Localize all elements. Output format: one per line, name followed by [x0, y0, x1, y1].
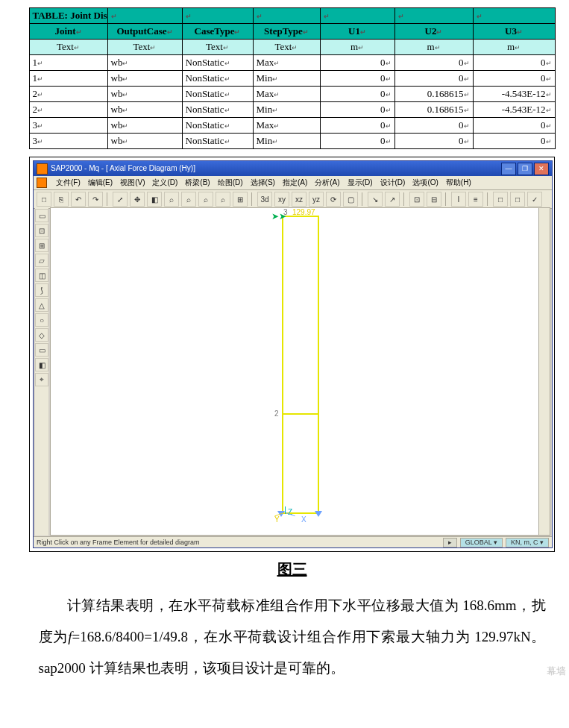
toolbar-button[interactable]: xz: [292, 192, 306, 207]
window-title: SAP2000 - Mq - [ Axial Force Diagram (Hy…: [51, 161, 195, 176]
draw-tool-button[interactable]: ▱: [35, 254, 48, 267]
axial-force-label: 129.97: [292, 208, 315, 216]
app-icon: [37, 163, 48, 175]
col-unit: Text: [182, 40, 253, 55]
figure-frame: SAP2000 - Mq - [ Axial Force Diagram (Hy…: [29, 157, 555, 552]
menu-item[interactable]: 桥梁(B): [185, 178, 210, 188]
table-row: 1wbNonStaticMin000: [29, 71, 555, 87]
menu-item[interactable]: 绘图(D): [218, 178, 243, 188]
toolbar-button[interactable]: I: [451, 192, 466, 207]
toolbar-button[interactable]: ⌕: [216, 192, 230, 207]
table-title-blank: [473, 8, 555, 24]
model-canvas[interactable]: ➤➤ 3 129.97 2 Y Z X: [51, 208, 539, 535]
units-combo[interactable]: KN, m, C ▾: [506, 538, 549, 547]
body-paragraph: 计算结果表明，在水平荷载标准组合作用下水平位移最大值为 168.6mm，扰度为f…: [39, 590, 546, 684]
toolbar-button[interactable]: ⊞: [233, 192, 248, 207]
toolbar-button[interactable]: ▢: [343, 192, 358, 207]
table-title-blank: [320, 8, 394, 24]
toolbar-button[interactable]: ⟳: [326, 192, 341, 207]
draw-tool-button[interactable]: ⌖: [35, 373, 48, 386]
draw-tool-button[interactable]: ▭: [35, 343, 48, 357]
toolbar-button[interactable]: □: [37, 192, 51, 207]
col-unit: Text: [29, 40, 107, 55]
col-header: OutputCase: [107, 24, 182, 40]
table-row: 3wbNonStaticMin000: [29, 134, 555, 149]
toolbar-button[interactable]: ↶: [71, 192, 86, 207]
draw-tool-button[interactable]: ▭: [35, 209, 48, 222]
minimize-button[interactable]: —: [501, 163, 516, 175]
coord-system-combo[interactable]: GLOBAL ▾: [460, 538, 503, 547]
menu-item[interactable]: 显示(D): [348, 178, 373, 188]
col-header: StepType: [253, 24, 320, 40]
status-hint: Right Click on any Frame Element for det…: [37, 539, 200, 546]
col-unit: m: [320, 40, 394, 55]
menu-item[interactable]: 设计(D): [380, 178, 406, 188]
joint-displacements-table: TABLE: Joint DisplacementsJointOutputCas…: [29, 7, 556, 149]
frame-model: ➤➤ 3 129.97 2: [282, 216, 319, 514]
draw-tool-button[interactable]: ◫: [35, 269, 48, 282]
menu-item[interactable]: 帮助(H): [446, 178, 471, 188]
toolbar-button[interactable]: ⌕: [164, 192, 179, 207]
table-title-blank: [182, 8, 253, 24]
menubar: 文件(F)编辑(E)视图(V)定义(D)桥梁(B)绘图(D)选择(S)指定(A)…: [34, 176, 552, 190]
menu-item[interactable]: 编辑(E): [88, 178, 113, 188]
menu-item[interactable]: 文件(F): [56, 178, 81, 188]
col-header: Joint: [29, 24, 107, 40]
menu-item[interactable]: 视图(V): [120, 178, 145, 188]
draw-tool-button[interactable]: ⟆: [35, 283, 48, 297]
toolbar-button[interactable]: ⤢: [113, 192, 128, 207]
toolbar-button[interactable]: ⊡: [409, 192, 424, 207]
toolbar-button[interactable]: ⌕: [198, 192, 213, 207]
toolbar-button[interactable]: ↗: [385, 192, 400, 207]
col-header: U2: [394, 24, 473, 40]
menu-item[interactable]: 定义(D): [152, 178, 177, 188]
toolbar-button[interactable]: ✓: [527, 192, 542, 207]
toolbar-button[interactable]: ≡: [468, 192, 483, 207]
draw-tool-button[interactable]: ◧: [35, 358, 48, 371]
toolbar-button[interactable]: yz: [309, 192, 324, 207]
maximize-button[interactable]: ❐: [518, 163, 532, 175]
toolbar-button[interactable]: ↷: [88, 192, 103, 207]
col-unit: m: [473, 40, 555, 55]
draw-tool-button[interactable]: ⊡: [35, 224, 48, 237]
toolbar-button[interactable]: ⎘: [54, 192, 69, 207]
col-unit: Text: [253, 40, 320, 55]
toolbar-button[interactable]: ⌕: [181, 192, 196, 207]
scrollbar-vertical[interactable]: [538, 208, 550, 535]
menu-item[interactable]: 选项(O): [412, 178, 438, 188]
col-header: U1: [320, 24, 394, 40]
col-unit: Text: [107, 40, 182, 55]
toolbar-button[interactable]: xy: [274, 192, 289, 207]
toolbar-button[interactable]: ✥: [130, 192, 145, 207]
table-row: 1wbNonStaticMax000: [29, 55, 555, 71]
figure-caption: 图三: [7, 559, 569, 580]
sap2000-window: SAP2000 - Mq - [ Axial Force Diagram (Hy…: [33, 160, 553, 548]
draw-tool-button[interactable]: △: [35, 298, 48, 312]
work-area: ➤➤ 3 129.97 2 Y Z X: [50, 207, 550, 536]
table-row: 2wbNonStaticMin00.168615-4.543E-12: [29, 102, 555, 118]
toolbar-button[interactable]: □: [493, 192, 508, 207]
table-title-blank: [394, 8, 473, 24]
titlebar: SAP2000 - Mq - [ Axial Force Diagram (Hy…: [34, 161, 552, 176]
toolbar-button[interactable]: ↘: [368, 192, 383, 207]
close-button[interactable]: ✕: [534, 163, 549, 175]
draw-tool-button[interactable]: ⊞: [35, 239, 48, 252]
toolbar-button[interactable]: ⊟: [427, 192, 441, 207]
menu-item[interactable]: 选择(S): [251, 178, 275, 188]
toolbar-button[interactable]: ◧: [147, 192, 162, 207]
toolbar-button[interactable]: □: [510, 192, 525, 207]
left-toolbox: ▭⊡⊞▱◫⟆△○◇▭◧⌖: [35, 207, 48, 536]
joint-3-label: 3: [283, 208, 288, 216]
toolbar: □⎘↶↷⤢✥◧⌕⌕⌕⌕⊞3dxyxzyz⟳▢↘↗⊡⊟I≡□□✓: [34, 190, 552, 209]
status-arrow-button[interactable]: ▸: [443, 538, 457, 547]
col-header: CaseType: [182, 24, 253, 40]
menu-item[interactable]: 指定(A): [283, 178, 307, 188]
table-title-blank: [253, 8, 320, 24]
draw-tool-button[interactable]: ◇: [35, 328, 48, 342]
draw-tool-button[interactable]: ○: [35, 313, 48, 327]
toolbar-button[interactable]: 3d: [257, 192, 272, 207]
col-header: U3: [473, 24, 555, 40]
table-row: 3wbNonStaticMax000: [29, 118, 555, 134]
menu-app-icon: [37, 178, 47, 188]
menu-item[interactable]: 分析(A): [315, 178, 339, 188]
